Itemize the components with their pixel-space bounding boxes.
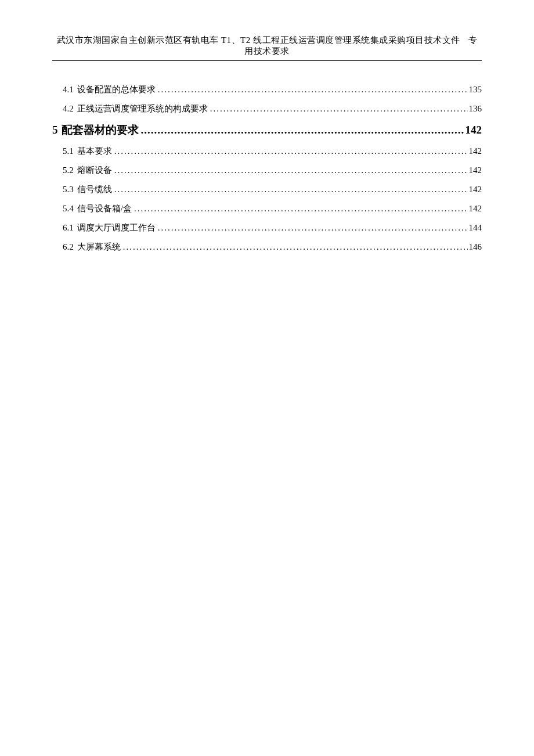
header-main-title: 武汉市东湖国家自主创新示范区有轨电车 T1、T2 线工程正线运营调度管理系统集成… (57, 35, 460, 45)
toc-number: 4.2 (63, 104, 74, 114)
toc-number: 5.4 (63, 204, 74, 214)
toc-entry: 5.1 基本要求 142 (52, 146, 482, 157)
toc-title: 信号缆线 (77, 184, 112, 195)
toc-entry: 5.4 信号设备箱/盒 142 (52, 203, 482, 214)
toc-leader-dots (158, 85, 468, 95)
toc-number: 6.2 (63, 242, 74, 252)
toc-entry: 6.1 调度大厅调度工作台 144 (52, 222, 482, 233)
toc-page-number: 135 (469, 85, 482, 95)
toc-title: 设备配置的总体要求 (77, 84, 156, 95)
toc-number: 5.3 (63, 185, 74, 195)
toc-title: 正线运营调度管理系统的构成要求 (77, 103, 208, 114)
toc-entry: 6.2 大屏幕系统 146 (52, 242, 482, 253)
toc-leader-dots (141, 124, 464, 136)
toc-page-number: 142 (469, 165, 482, 175)
toc-entry: 5.2 熔断设备 142 (52, 165, 482, 176)
toc-page-number: 136 (469, 104, 482, 114)
toc-page-number: 142 (469, 146, 482, 156)
toc-entry: 4.2 正线运营调度管理系统的构成要求 136 (52, 103, 482, 114)
toc-page-number: 142 (469, 204, 482, 214)
toc-page-number: 142 (469, 185, 482, 195)
toc-title: 熔断设备 (77, 165, 112, 176)
toc-page-number: 142 (466, 124, 482, 136)
toc-title: 调度大厅调度工作台 (77, 222, 156, 233)
toc-number: 4.1 (63, 85, 74, 95)
toc-leader-dots (158, 223, 468, 233)
toc-leader-dots (114, 165, 468, 175)
toc-entry: 5.3 信号缆线 142 (52, 184, 482, 195)
toc-number: 5 (52, 124, 58, 136)
page-header: 武汉市东湖国家自主创新示范区有轨电车 T1、T2 线工程正线运营调度管理系统集成… (52, 35, 482, 61)
toc-number: 5.1 (63, 146, 74, 156)
toc-entry-main: 5 配套器材的要求 142 (52, 123, 482, 138)
toc-title: 大屏幕系统 (77, 242, 121, 253)
toc-entry: 4.1 设备配置的总体要求 135 (52, 84, 482, 95)
toc-page-number: 146 (469, 242, 482, 252)
toc-leader-dots (210, 104, 468, 114)
toc-number: 5.2 (63, 165, 74, 175)
toc-leader-dots (134, 204, 468, 214)
toc-page-number: 144 (469, 223, 482, 233)
toc-leader-dots (114, 185, 468, 195)
table-of-contents: 4.1 设备配置的总体要求 135 4.2 正线运营调度管理系统的构成要求 13… (52, 84, 482, 253)
toc-title: 信号设备箱/盒 (77, 203, 132, 214)
toc-leader-dots (114, 146, 468, 156)
toc-title: 基本要求 (77, 146, 112, 157)
toc-title: 配套器材的要求 (62, 123, 139, 138)
toc-number: 6.1 (63, 223, 74, 233)
toc-leader-dots (123, 242, 468, 252)
document-page: 武汉市东湖国家自主创新示范区有轨电车 T1、T2 线工程正线运营调度管理系统集成… (0, 0, 534, 296)
